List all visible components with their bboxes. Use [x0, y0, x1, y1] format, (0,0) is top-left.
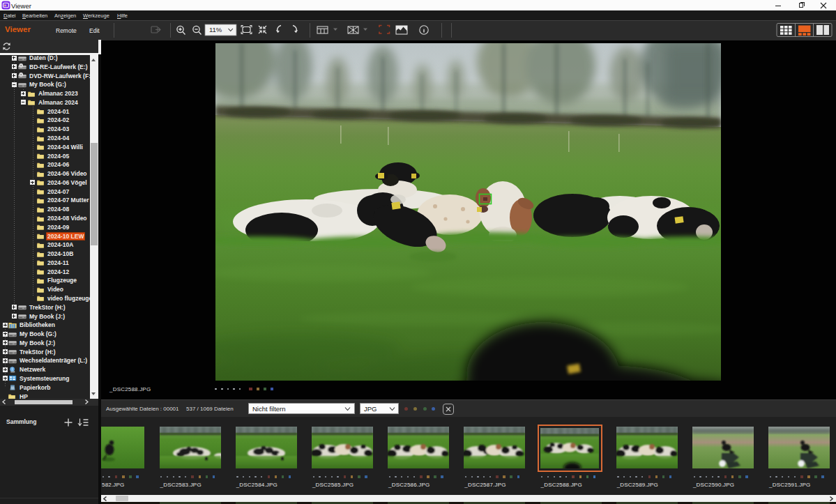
svg-text:11%: 11%: [209, 26, 222, 33]
